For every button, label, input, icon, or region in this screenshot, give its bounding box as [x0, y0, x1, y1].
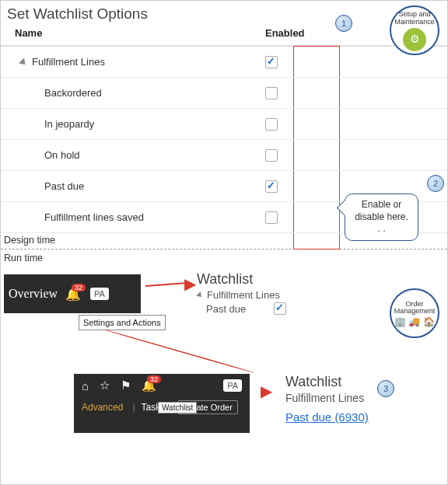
past-due-link[interactable]: Past due (6930)	[285, 410, 369, 424]
table-row: On hold	[1, 140, 447, 171]
row-label: In jeopardy	[1, 118, 265, 130]
checkbox-enabled[interactable]	[265, 211, 278, 224]
watchlist-popup: Watchlist Fulfillment Lines Past due	[197, 271, 286, 315]
notification-badge: 32	[147, 375, 161, 383]
column-enabled: Enabled	[265, 27, 327, 39]
arrow-line	[105, 329, 255, 373]
table-row: In jeopardy	[1, 109, 447, 140]
avatar[interactable]: PA	[223, 379, 242, 392]
page-title: Set Watchlist Options	[1, 1, 447, 26]
watchlist-group: Fulfillment Lines	[285, 392, 369, 404]
advanced-link[interactable]: Advanced	[82, 402, 123, 413]
watchlist-heading: Watchlist	[285, 374, 369, 390]
callout-enable: Enable or disable here. . .	[345, 194, 418, 241]
runtime-area: Overview 🔔32 PA Settings and Actions ▶ W…	[1, 265, 447, 467]
checkbox-enabled[interactable]	[265, 118, 278, 131]
checkbox-enabled[interactable]	[265, 180, 278, 193]
avatar[interactable]: PA	[90, 288, 109, 300]
step-badge-1: 1	[335, 15, 352, 32]
gear-icon: ⚙	[403, 28, 426, 51]
arrow-icon: ▶	[261, 382, 272, 400]
watchlist-popup: Watchlist Fulfillment Lines Past due (69…	[285, 374, 369, 424]
row-label: Past due	[1, 180, 265, 192]
checkbox-enabled[interactable]	[274, 302, 286, 315]
app-circle-setup: Setup and Maintenance ⚙	[390, 5, 439, 55]
watchlist-group: Fulfillment Lines	[197, 289, 286, 301]
overview-label: Overview	[9, 287, 58, 301]
row-label: Fulfillment lines saved	[1, 211, 265, 223]
checkbox-enabled[interactable]	[265, 56, 278, 68]
home-icon[interactable]: ⌂	[82, 379, 89, 393]
arrow-line	[145, 282, 187, 287]
watchlist-heading: Watchlist	[197, 271, 286, 288]
bell-icon[interactable]: 🔔32	[142, 379, 156, 393]
table-header: Name Enabled	[1, 26, 447, 47]
notification-badge: 32	[72, 284, 86, 291]
table-row: Backordered	[1, 78, 447, 109]
app-label: Setup and Maintenance	[391, 11, 438, 26]
collapse-icon[interactable]	[196, 291, 204, 299]
global-header-bar: ⌂ ☆ ⚑ 🔔32 PA Watchlist Advanced | Tasks …	[74, 374, 250, 433]
separator: |	[132, 402, 135, 413]
settings-tooltip: Settings and Actions	[79, 315, 166, 330]
section-divider	[1, 249, 447, 249]
bell-icon[interactable]: 🔔32	[65, 287, 81, 302]
watchlist-item: Past due	[197, 302, 286, 315]
checkbox-enabled[interactable]	[265, 149, 278, 162]
table-row: Fulfillment Lines	[1, 47, 447, 78]
row-label: On hold	[1, 149, 265, 161]
collapse-icon[interactable]	[19, 58, 28, 68]
icon-row: ⌂ ☆ ⚑ 🔔32 PA	[74, 374, 250, 394]
overview-bar: Overview 🔔32 PA	[4, 274, 141, 313]
run-time-label: Run time	[1, 251, 447, 265]
row-label: Backordered	[1, 87, 265, 99]
arrow-icon: ▶	[184, 274, 196, 293]
watchlist-tooltip: Watchlist	[158, 402, 197, 413]
flag-icon[interactable]: ⚑	[121, 379, 131, 393]
step-badge-2: 2	[427, 175, 444, 192]
row-label: Fulfillment Lines	[1, 56, 265, 68]
star-icon[interactable]: ☆	[100, 379, 110, 393]
column-name: Name	[1, 27, 265, 39]
checkbox-enabled[interactable]	[265, 87, 278, 99]
